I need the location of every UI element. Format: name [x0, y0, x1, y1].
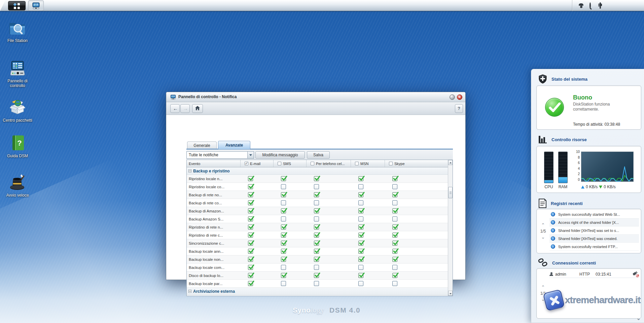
page-up-chevron[interactable]: ⌃ — [541, 224, 545, 227]
notify-checkbox-checked[interactable] — [281, 249, 286, 254]
notify-checkbox-checked[interactable] — [358, 208, 363, 213]
table-scrollbar[interactable] — [448, 160, 453, 296]
search-button[interactable] — [585, 0, 595, 11]
header-checkbox[interactable] — [311, 162, 314, 165]
taskbar-control-panel-button[interactable] — [28, 0, 44, 11]
table-row[interactable]: Ripristino di rete n... — [187, 223, 448, 231]
notify-checkbox-checked[interactable] — [392, 241, 397, 246]
table-row[interactable]: Backup locale par... — [187, 280, 448, 288]
group-row[interactable]: Archiviazione esterna — [187, 288, 448, 295]
notify-checkbox-unchecked[interactable] — [392, 265, 397, 270]
notify-checkbox-unchecked[interactable] — [392, 200, 397, 205]
notify-checkbox-checked[interactable] — [392, 208, 397, 213]
log-entry[interactable]: iSystem successfully started Web St... — [549, 210, 639, 218]
pilot-view-button[interactable] — [595, 0, 605, 11]
notify-checkbox-unchecked[interactable] — [392, 216, 397, 221]
home-button[interactable] — [192, 104, 203, 113]
notify-checkbox-checked[interactable] — [358, 241, 363, 246]
log-entry[interactable]: iShared folder [XHTest] was set to s... — [549, 227, 639, 235]
notify-checkbox-checked[interactable] — [281, 176, 286, 181]
notify-checkbox-unchecked[interactable] — [358, 216, 363, 221]
column-header-msn[interactable]: MSN — [351, 160, 385, 167]
log-entry[interactable]: iShared folder [XHTest] was created. — [549, 235, 639, 243]
minimize-button[interactable] — [450, 94, 455, 100]
notify-checkbox-checked[interactable] — [248, 241, 253, 246]
scroll-up-arrow[interactable] — [448, 160, 453, 165]
notify-checkbox-checked[interactable] — [392, 257, 397, 262]
notify-checkbox-unchecked[interactable] — [314, 216, 319, 221]
group-row[interactable]: Backup e ripristino — [187, 167, 448, 175]
desktop-icon-dsm-help[interactable]: ? Guida DSM — [0, 135, 35, 158]
notify-checkbox-checked[interactable] — [248, 216, 253, 221]
notify-checkbox-unchecked[interactable] — [358, 200, 363, 205]
table-row[interactable]: Sincronizzazione c... — [187, 239, 448, 247]
table-row[interactable]: Backup di rete co... — [187, 199, 448, 207]
notify-checkbox-unchecked[interactable] — [358, 184, 363, 189]
notify-checkbox-unchecked[interactable] — [281, 184, 286, 189]
notify-checkbox-checked[interactable] — [314, 241, 319, 246]
notify-checkbox-checked[interactable] — [314, 249, 319, 254]
tab-generale[interactable]: Generale — [187, 142, 217, 149]
notify-checkbox-checked[interactable] — [392, 273, 397, 278]
notify-checkbox-checked[interactable] — [358, 233, 363, 238]
scrollbar-thumb[interactable] — [448, 187, 453, 198]
notify-checkbox-unchecked[interactable] — [281, 216, 286, 221]
notify-checkbox-checked[interactable] — [392, 249, 397, 254]
notify-checkbox-checked[interactable] — [392, 176, 397, 181]
table-row[interactable]: Backup di rete no... — [187, 191, 448, 199]
notify-checkbox-checked[interactable] — [314, 233, 319, 238]
notify-checkbox-checked[interactable] — [358, 273, 363, 278]
desktop-icon-quick-start[interactable]: Avvio veloce — [0, 174, 35, 198]
notify-checkbox-checked[interactable] — [358, 225, 363, 230]
column-header-evento[interactable]: Evento — [187, 160, 241, 167]
column-header-sms[interactable]: SMS — [274, 160, 307, 167]
table-row[interactable]: Disco di backup lo... — [187, 272, 448, 280]
disconnect-icon[interactable] — [633, 272, 638, 277]
window-titlebar[interactable]: Pannello di controllo - Notifica — [166, 92, 465, 102]
notify-checkbox-checked[interactable] — [358, 192, 363, 197]
notify-checkbox-checked[interactable] — [248, 233, 253, 238]
collapse-expander-icon[interactable] — [188, 169, 191, 172]
user-menu-button[interactable] — [574, 0, 584, 11]
notify-checkbox-unchecked[interactable] — [392, 281, 397, 286]
table-row[interactable]: Backup locale ann... — [187, 247, 448, 255]
table-row[interactable]: Ripristino locale n... — [187, 175, 448, 183]
notify-checkbox-checked[interactable] — [281, 225, 286, 230]
back-button[interactable]: ← — [170, 104, 180, 113]
notify-checkbox-checked[interactable] — [248, 192, 253, 197]
notify-checkbox-checked[interactable] — [314, 176, 319, 181]
column-header-e-mail[interactable]: E-mail — [241, 160, 274, 167]
notify-checkbox-unchecked[interactable] — [314, 200, 319, 205]
notify-checkbox-unchecked[interactable] — [314, 281, 319, 286]
notify-checkbox-checked[interactable] — [248, 176, 253, 181]
table-row[interactable]: Backup Amazon S... — [187, 215, 448, 223]
notify-checkbox-unchecked[interactable] — [392, 184, 397, 189]
notify-checkbox-unchecked[interactable] — [314, 265, 319, 270]
notify-checkbox-checked[interactable] — [248, 208, 253, 213]
notify-checkbox-checked[interactable] — [358, 176, 363, 181]
collapse-expander-icon[interactable] — [188, 290, 191, 293]
close-button[interactable] — [457, 94, 462, 100]
notify-checkbox-checked[interactable] — [248, 184, 253, 189]
notify-checkbox-checked[interactable] — [392, 225, 397, 230]
tab-avanzate[interactable]: Avanzate — [218, 141, 250, 149]
notify-checkbox-checked[interactable] — [392, 192, 397, 197]
log-entry[interactable]: iAccess right of the shared folder [X... — [549, 218, 639, 227]
notify-checkbox-checked[interactable] — [358, 257, 363, 262]
desktop-icon-file-station[interactable]: File Station — [0, 20, 35, 43]
header-checkbox[interactable] — [355, 162, 359, 165]
notify-checkbox-checked[interactable] — [281, 273, 286, 278]
notify-checkbox-checked[interactable] — [392, 233, 397, 238]
notify-checkbox-checked[interactable] — [358, 249, 363, 254]
notify-checkbox-checked[interactable] — [281, 241, 286, 246]
column-header-skype[interactable]: Skype — [385, 160, 448, 167]
notify-checkbox-checked[interactable] — [248, 257, 253, 262]
notify-checkbox-checked[interactable] — [281, 233, 286, 238]
notify-checkbox-checked[interactable] — [248, 281, 253, 286]
notify-checkbox-checked[interactable] — [314, 257, 319, 262]
notification-filter-select[interactable]: Tutte le notifiche — [186, 151, 254, 159]
table-row[interactable]: Backup locale non... — [187, 255, 448, 264]
table-row[interactable]: Ripristino locale co... — [187, 183, 448, 191]
notify-checkbox-checked[interactable] — [281, 208, 286, 213]
notify-checkbox-checked[interactable] — [281, 192, 286, 197]
